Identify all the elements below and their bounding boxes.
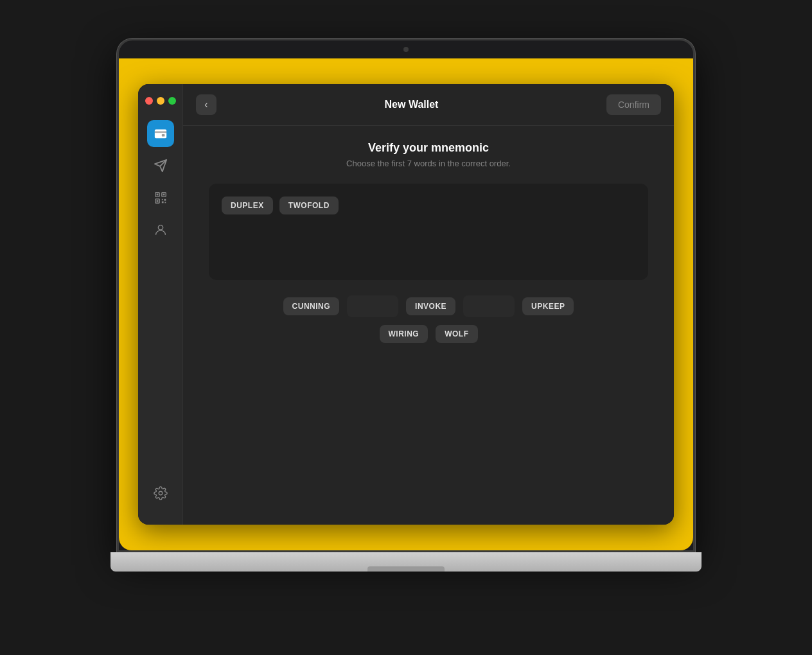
selected-word-duplex[interactable]: DUPLEX bbox=[222, 197, 273, 214]
svg-point-13 bbox=[158, 225, 163, 230]
svg-rect-9 bbox=[161, 199, 163, 200]
svg-rect-0 bbox=[154, 130, 166, 139]
wallet-icon bbox=[154, 127, 168, 141]
verify-subtitle: Choose the first 7 words in the correct … bbox=[346, 159, 511, 168]
laptop-base bbox=[110, 552, 702, 572]
word-bank-row2: WIRING WOLF bbox=[380, 325, 478, 343]
page-title: New Wallet bbox=[385, 99, 439, 110]
camera bbox=[403, 47, 409, 52]
svg-rect-8 bbox=[156, 200, 158, 202]
sidebar-item-send[interactable] bbox=[147, 152, 174, 179]
confirm-button[interactable]: Confirm bbox=[606, 94, 661, 115]
svg-rect-1 bbox=[154, 131, 166, 133]
svg-rect-12 bbox=[164, 202, 166, 203]
svg-rect-11 bbox=[161, 202, 163, 204]
word-chip-placeholder-2 bbox=[463, 295, 515, 317]
laptop-outer: ‹ New Wallet Confirm Verify your mnemoni… bbox=[91, 39, 721, 616]
back-icon: ‹ bbox=[204, 99, 207, 110]
qr-icon bbox=[154, 191, 168, 205]
word-chip-placeholder-1 bbox=[347, 295, 398, 317]
traffic-light-red[interactable] bbox=[145, 97, 153, 105]
sidebar-item-settings[interactable] bbox=[147, 480, 174, 507]
word-bank: CUNNING INVOKE UPKEEP WIRING WOLF bbox=[209, 295, 648, 343]
svg-rect-4 bbox=[156, 194, 158, 196]
word-chip-invoke[interactable]: INVOKE bbox=[406, 297, 455, 315]
traffic-light-green[interactable] bbox=[168, 97, 176, 105]
send-icon bbox=[154, 159, 168, 173]
svg-rect-10 bbox=[164, 199, 166, 201]
contact-icon bbox=[154, 223, 168, 237]
back-button[interactable]: ‹ bbox=[196, 94, 216, 115]
sidebar-item-qr[interactable] bbox=[147, 184, 174, 211]
traffic-light-yellow[interactable] bbox=[157, 97, 164, 105]
word-chip-upkeep[interactable]: UPKEEP bbox=[522, 297, 574, 315]
traffic-lights bbox=[145, 97, 176, 105]
header: ‹ New Wallet Confirm bbox=[183, 84, 674, 126]
main-content: ‹ New Wallet Confirm Verify your mnemoni… bbox=[183, 84, 674, 525]
svg-point-14 bbox=[159, 491, 163, 495]
verify-title: Verify your mnemonic bbox=[368, 141, 489, 155]
sidebar bbox=[138, 84, 183, 525]
word-chip-wolf[interactable]: WOLF bbox=[436, 325, 477, 343]
screen-content: ‹ New Wallet Confirm Verify your mnemoni… bbox=[119, 58, 693, 550]
selected-word-twofold[interactable]: TWOFOLD bbox=[279, 197, 339, 214]
sidebar-item-contact[interactable] bbox=[147, 216, 174, 243]
content-area: Verify your mnemonic Choose the first 7 … bbox=[183, 126, 674, 525]
word-chip-cunning[interactable]: CUNNING bbox=[283, 297, 340, 315]
screen-bezel: ‹ New Wallet Confirm Verify your mnemoni… bbox=[117, 39, 695, 552]
sidebar-item-wallet[interactable] bbox=[147, 120, 174, 147]
laptop-notch bbox=[367, 566, 445, 572]
selection-area: DUPLEX TWOFOLD bbox=[209, 184, 648, 280]
svg-rect-6 bbox=[163, 194, 164, 196]
settings-icon bbox=[154, 486, 168, 500]
word-chip-wiring[interactable]: WIRING bbox=[380, 325, 428, 343]
app-window: ‹ New Wallet Confirm Verify your mnemoni… bbox=[138, 84, 674, 525]
word-bank-row1: CUNNING INVOKE UPKEEP bbox=[283, 295, 574, 317]
svg-rect-2 bbox=[161, 134, 164, 137]
